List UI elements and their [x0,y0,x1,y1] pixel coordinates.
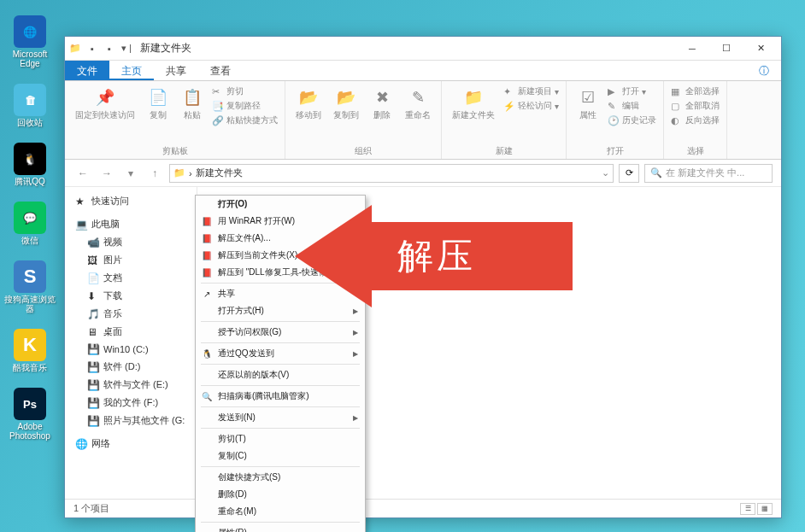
menu-item-label: 复制(C) [218,450,247,462]
search-input[interactable]: 🔍 在 新建文件夹 中... [644,164,773,183]
new-group-label: 新建 [449,143,559,157]
desktop-icon-photoshop[interactable]: PsAdobe Photoshop [4,388,56,441]
back-button[interactable]: ← [73,164,92,183]
move-to-button[interactable]: 📂移动到 [292,85,325,121]
history-label: 历史记录 [622,114,656,126]
sidebar-item-label: Win10 (C:) [103,344,149,354]
select-none-label: 全部取消 [685,100,720,112]
ribbon-help-icon[interactable]: ⓘ [747,61,781,80]
up-button[interactable]: ↑ [145,164,164,183]
sidebar-item-label: 下载 [103,289,122,302]
new-item-label: 新建项目 [518,85,552,97]
menu-item-label: 还原以前的版本(V) [218,369,289,381]
edit-button[interactable]: ✎编辑 [608,99,656,113]
easy-access-button[interactable]: ⚡轻松访问 ▾ [503,99,559,113]
tab-file[interactable]: 文件 [65,61,109,80]
desktop-icon-kugou[interactable]: K酷我音乐 [4,329,56,372]
sidebar-item[interactable]: ⬇下载 [68,287,193,305]
pin-button[interactable]: 📌固定到快速访问 [72,85,138,121]
maximize-button[interactable]: ☐ [709,38,743,60]
tab-share[interactable]: 共享 [154,61,198,80]
qat-item[interactable]: ▪ [103,42,116,56]
close-button[interactable]: ✕ [743,38,778,60]
sidebar-item[interactable]: 💾Win10 (C:) [68,341,193,358]
sidebar-item[interactable]: 📄文档 [68,269,193,287]
icons-view-button[interactable]: ▦ [757,503,773,515]
desktop-icon-edge[interactable]: 🌐Microsoft Edge [4,15,56,68]
menu-item[interactable]: 还原以前的版本(V) [196,366,365,383]
ribbon-group-organize: 📂移动到 📂复制到 ✖删除 ✎重命名 组织 [285,81,442,159]
menu-item[interactable]: 复制(C) [196,447,365,465]
copy-path-button[interactable]: 📑复制路径 [212,99,278,113]
qat-dropdown-icon[interactable]: ▾ | [120,42,133,56]
sidebar-item[interactable]: 🖼图片 [68,251,193,269]
menu-item[interactable]: 属性(R) [196,524,365,532]
menu-item[interactable]: 删除(D) [196,486,365,503]
sidebar-this-pc[interactable]: 💻此电脑 [68,215,193,233]
menu-item[interactable]: 创建快捷方式(S) [196,469,365,486]
refresh-button[interactable]: ⟳ [619,164,639,183]
menu-item-icon: ↗ [201,289,213,299]
menu-item[interactable]: 授予访问权限(G)▶ [196,324,365,341]
sidebar-item[interactable]: 💾软件 (D:) [68,358,193,376]
menu-separator [201,321,360,322]
sidebar-network[interactable]: 🌐网络 [68,435,193,453]
copy-button[interactable]: 📄复制 [144,85,173,121]
sidebar-item-label: 文档 [103,272,122,284]
minimize-button[interactable]: ─ [675,38,709,60]
easy-access-label: 轻松访问 [518,100,552,112]
new-item-button[interactable]: ✦新建项目 ▾ [503,85,559,98]
menu-item-label: 重命名(M) [218,506,256,517]
menu-item-label: 创建快捷方式(S) [218,471,280,483]
new-folder-button[interactable]: 📁新建文件夹 [449,85,498,121]
desktop-icon-qq[interactable]: 🐧腾讯QQ [4,143,56,186]
menu-item-icon: 📕 [201,217,213,226]
cut-button[interactable]: ✂剪切 [212,85,278,98]
arrow-head [295,205,372,307]
sidebar-item[interactable]: 🎵音乐 [68,305,193,323]
recent-button[interactable]: ▾ [121,164,140,183]
desktop-icon-sogou[interactable]: S搜狗高速浏览器 [4,260,56,313]
qat-item[interactable]: ▪ [85,42,99,56]
select-all-label: 全部选择 [685,85,720,97]
breadcrumb[interactable]: 新建文件夹 [196,167,243,179]
select-all-button[interactable]: ▦全部选择 [671,85,720,98]
open-button[interactable]: ▶打开 ▾ [608,85,656,98]
organize-group-label: 组织 [292,143,434,157]
menu-item[interactable]: 发送到(N)▶ [196,409,365,426]
invert-button[interactable]: ◐反向选择 [671,114,720,127]
annotation-text: 解压 [397,232,476,280]
rename-button[interactable]: ✎重命名 [402,85,434,121]
properties-button[interactable]: ☑属性 [573,85,602,121]
menu-item[interactable]: 🔍扫描病毒(腾讯电脑管家) [196,388,365,405]
dropdown-icon[interactable]: ⌄ [602,167,609,178]
delete-button[interactable]: ✖删除 [367,85,397,121]
menu-item[interactable]: 重命名(M) [196,503,365,520]
sidebar-item[interactable]: 📹视频 [68,233,193,251]
menu-item[interactable]: 🐧通过QQ发送到▶ [196,345,365,362]
sidebar-item-icon: 📹 [87,237,99,248]
tab-view[interactable]: 查看 [198,61,243,80]
tab-home[interactable]: 主页 [109,61,154,80]
sidebar-item-icon: 💾 [87,361,99,373]
history-button[interactable]: 🕑历史记录 [608,114,656,127]
details-view-button[interactable]: ☰ [740,503,755,515]
desktop-icon-wechat[interactable]: 💬微信 [4,202,56,245]
copy-to-button[interactable]: 📂复制到 [330,85,362,121]
menu-item-label: 扫描病毒(腾讯电脑管家) [218,390,309,402]
forward-button[interactable]: → [97,164,116,183]
menu-item[interactable]: 剪切(T) [196,430,365,447]
select-none-button[interactable]: ▢全部取消 [671,99,720,113]
sidebar-quick-access[interactable]: ★快速访问 [68,192,193,210]
sidebar-item[interactable]: 💾我的文件 (F:) [68,394,193,412]
menu-item-label: 属性(R) [218,527,247,532]
sidebar-item[interactable]: 🖥桌面 [68,323,193,341]
paste-button[interactable]: 📋粘贴 [178,85,207,121]
address-bar[interactable]: 📁 › 新建文件夹 ⌄ [169,164,614,183]
open-label: 打开 [622,85,639,97]
paste-shortcut-button[interactable]: 🔗粘贴快捷方式 [212,114,278,127]
sidebar-item[interactable]: 💾照片与其他文件 (G: [68,412,193,430]
menu-separator [201,466,360,467]
desktop-icon-recycle[interactable]: 🗑回收站 [4,84,56,127]
sidebar-item[interactable]: 💾软件与文件 (E:) [68,376,193,394]
